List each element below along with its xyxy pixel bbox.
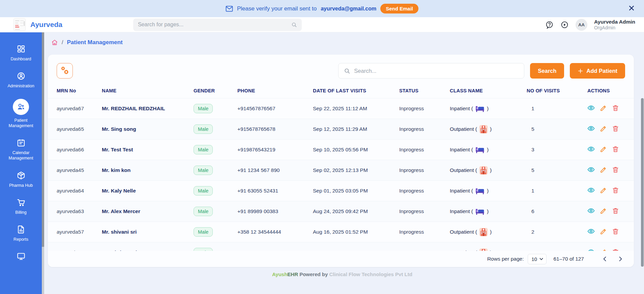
view-button[interactable]: [587, 166, 595, 173]
bed-icon: [475, 187, 485, 195]
delete-button[interactable]: [612, 166, 619, 173]
delete-button[interactable]: [612, 228, 619, 235]
mrn-cell: ayurveda64: [48, 181, 102, 201]
sidebar-item-patient-management[interactable]: Patient Management: [6, 99, 35, 129]
help-icon[interactable]: [545, 21, 554, 29]
app-header: Ayurveda AA Ayurveda Admin Org: [0, 17, 644, 32]
breadcrumb-current: Patient Management: [67, 39, 122, 46]
search-button[interactable]: Search: [530, 63, 564, 79]
delete-button[interactable]: [612, 105, 619, 112]
table-toolbar: Search Add Patient: [48, 55, 634, 79]
bed-icon: [475, 105, 485, 112]
visits-cell: 5: [527, 119, 587, 140]
search-icon: [344, 68, 350, 74]
table-settings-button[interactable]: [57, 63, 73, 79]
footer-company: Clinical Flow Technologies Pvt Ltd: [329, 271, 412, 277]
col-name: NAME: [102, 86, 194, 98]
gender-cell: Male: [194, 160, 237, 181]
date-cell: Sep 12, 2025 11:29 AM: [313, 119, 399, 140]
table-search-input[interactable]: [354, 68, 519, 74]
col-gender: GENDER: [194, 86, 237, 98]
sidebar-item-kiosk[interactable]: [17, 252, 26, 261]
search-icon: [291, 22, 297, 28]
page-search-input[interactable]: [138, 22, 291, 28]
visits-cell: 3: [527, 140, 587, 160]
gender-cell: Male: [194, 119, 237, 140]
delete-button[interactable]: [612, 125, 619, 132]
patient-table-card: Search Add Patient: [48, 55, 634, 267]
edit-button[interactable]: [600, 125, 607, 132]
view-button[interactable]: [587, 104, 595, 112]
app-name: Ayurveda: [30, 21, 62, 29]
sidebar-item-pharma-hub[interactable]: Pharma Hub: [6, 171, 35, 188]
col-date: DATE OF LAST VISITS: [313, 86, 399, 98]
class-cell: Inpatient (): [450, 140, 527, 160]
delete-trash-icon: [612, 169, 619, 174]
actions-cell: [587, 222, 634, 242]
app-logo: [13, 18, 26, 31]
footer: AyushEHR Powered by Clinical Flow Techno…: [48, 271, 637, 277]
prev-page-button[interactable]: [602, 256, 608, 262]
page-scrollbar-right[interactable]: [641, 98, 644, 267]
sidebar-item-calendar-management[interactable]: Calendar Management: [6, 138, 35, 161]
home-icon[interactable]: [51, 39, 58, 46]
table-row: ayurveda67Mr. REDZHAIL REDZHAILMale+9145…: [48, 98, 634, 119]
mrn-cell: ayurveda67: [48, 98, 102, 119]
phone-cell: +919876543219: [237, 140, 313, 160]
edit-button[interactable]: [600, 207, 607, 214]
date-cell: Aug 16, 2025 01:52 PM: [313, 222, 399, 242]
gender-cell: Male: [194, 140, 237, 160]
send-email-button[interactable]: Send Email: [380, 4, 418, 13]
delete-trash-icon: [612, 149, 619, 154]
page-search-box[interactable]: [133, 19, 302, 31]
patient-management-icon: [13, 99, 29, 115]
email-verify-banner: Please verify your email sent to ayurved…: [0, 0, 644, 17]
sidebar-item-dashboard[interactable]: Dashboard: [6, 45, 35, 62]
view-eye-icon: [587, 210, 595, 215]
edit-button[interactable]: [600, 187, 607, 194]
sidebar-item-reports[interactable]: Reports: [6, 225, 35, 242]
delete-button[interactable]: [612, 207, 619, 214]
view-button[interactable]: [587, 228, 595, 235]
delete-trash-icon: [612, 210, 619, 215]
gender-cell: Male: [194, 201, 237, 222]
edit-button[interactable]: [600, 228, 607, 235]
view-eye-icon: [587, 149, 595, 154]
play-tour-icon[interactable]: [560, 21, 569, 29]
delete-button[interactable]: [612, 146, 619, 153]
breadcrumb-separator: /: [62, 39, 63, 46]
edit-pencil-icon: [600, 108, 607, 113]
name-cell: Mr. kim kon: [102, 160, 194, 181]
table-search-box[interactable]: [338, 63, 524, 79]
gender-badge: Male: [194, 227, 213, 237]
view-button[interactable]: [587, 145, 595, 153]
delete-button[interactable]: [612, 187, 619, 194]
edit-button[interactable]: [600, 166, 607, 173]
view-button[interactable]: [587, 125, 595, 132]
sidebar-item-administration[interactable]: Administration: [6, 71, 35, 89]
edit-pencil-icon: [600, 128, 607, 133]
avatar[interactable]: AA: [576, 19, 587, 31]
gender-badge: Male: [194, 166, 213, 175]
gender-cell: Male: [194, 98, 237, 119]
add-patient-button[interactable]: Add Patient: [570, 63, 625, 79]
rows-per-page-select[interactable]: 10: [528, 254, 547, 264]
view-eye-icon: [587, 190, 595, 195]
col-visits: NO OF VISITS: [527, 86, 587, 98]
view-button[interactable]: [587, 207, 595, 214]
status-cell: Inprogress: [399, 181, 450, 201]
banner-message: Please verify your email sent to: [237, 5, 317, 12]
user-meta[interactable]: Ayurveda Admin OrgAdmin: [594, 19, 635, 31]
next-page-button[interactable]: [617, 256, 624, 262]
status-cell: Inprogress: [399, 119, 450, 140]
hospital-icon: [479, 125, 488, 134]
edit-button[interactable]: [600, 105, 607, 112]
close-icon[interactable]: [628, 4, 635, 12]
date-cell: Aug 24, 2025 09:42 PM: [313, 201, 399, 222]
edit-button[interactable]: [600, 146, 607, 153]
sidebar-item-billing[interactable]: Billing: [6, 198, 35, 215]
view-button[interactable]: [587, 186, 595, 194]
status-cell: Inprogress: [399, 98, 450, 119]
view-eye-icon: [587, 128, 595, 133]
breadcrumb: / Patient Management: [51, 39, 637, 46]
